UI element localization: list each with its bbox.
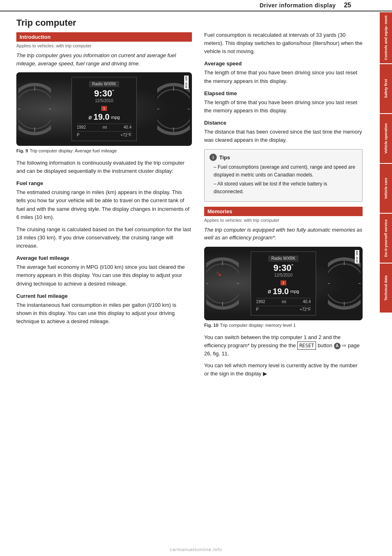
dash-badge: 1 bbox=[101, 106, 107, 111]
dash-bottom-row-3: 1992 mi 40.4 bbox=[256, 298, 311, 304]
gauge-left bbox=[18, 78, 51, 140]
right-top-text: Fuel consumption is recalculated at inte… bbox=[204, 31, 363, 56]
tips-item-1: Fuel consumptions (average and current),… bbox=[214, 163, 357, 179]
gauge-left-2 bbox=[206, 253, 239, 314]
avg-fuel-title: Average fuel mileage bbox=[16, 255, 192, 261]
reset-button: RESET bbox=[297, 342, 316, 350]
bottom-text-2: You can tell which memory level is curre… bbox=[204, 362, 363, 378]
dashboard-center-display-2: Radio WXRK 9:30" 12/5/2010 1 ø 19.0 mpg … bbox=[251, 251, 316, 315]
dash-barcode: B8R-0508 bbox=[184, 76, 189, 89]
left-column: Trip computer Introduction Applies to ve… bbox=[16, 16, 192, 381]
dashboard-2: ↘ Radio WXRK 9:30" 12/5/2010 1 ø 19.0 mp… bbox=[204, 247, 363, 320]
fuel-range-title: Fuel range bbox=[16, 180, 192, 186]
dash-radio-label-2: Radio WXRK bbox=[268, 255, 299, 261]
intro-header: Introduction bbox=[16, 32, 192, 42]
svg-point-6 bbox=[157, 85, 190, 134]
dash-date-2: 12/5/2010 bbox=[256, 273, 311, 277]
watermark: carmanualsonline.info bbox=[170, 547, 222, 552]
dash-bottom-row: 1992 mi 40.4 bbox=[77, 124, 131, 130]
dash-radio-label: Radio WXRK bbox=[89, 81, 120, 87]
circle-a: A bbox=[334, 343, 341, 349]
tips-box: i Tips Fuel consumptions (average and cu… bbox=[204, 149, 363, 201]
dash-mpg-symbol-2: ø bbox=[268, 288, 272, 295]
distance-text: The distance that has been covered since… bbox=[204, 128, 363, 144]
dash-time: 9:30" bbox=[77, 89, 131, 98]
main-content: Trip computer Introduction Applies to ve… bbox=[0, 11, 379, 385]
avg-fuel-text: The average fuel economy in MPG (l/100 k… bbox=[16, 263, 192, 288]
dashboard-1: Radio WXRK 9:30" 12/5/2010 1 ø 19.0 mpg … bbox=[16, 72, 192, 146]
page-number: 25 bbox=[344, 2, 351, 9]
right-sidebar: Controls and equip- ment Safety first Ve… bbox=[380, 12, 392, 313]
intro-text: The trip computer gives you information … bbox=[16, 51, 192, 67]
current-fuel-title: Current fuel mileage bbox=[16, 293, 192, 299]
elapsed-time-title: Elapsed time bbox=[204, 90, 363, 96]
sidebar-tab-vehicle-care[interactable]: Vehicle care bbox=[380, 164, 392, 213]
svg-point-7 bbox=[157, 89, 190, 129]
memories-text: The trip computer is equipped with two f… bbox=[204, 226, 363, 242]
dash-date: 12/5/2010 bbox=[77, 99, 131, 103]
tips-icon: i bbox=[209, 154, 217, 161]
page-title: Trip computer bbox=[16, 18, 192, 28]
elapsed-time-text: The length of time that you have been dr… bbox=[204, 98, 363, 115]
tips-item-2: All stored values will be lost if the ve… bbox=[214, 180, 357, 195]
svg-point-1 bbox=[18, 89, 51, 129]
dash-badge-2: 1 bbox=[281, 280, 286, 285]
top-bar: Driver information display 25 bbox=[0, 0, 392, 11]
dash-barcode-2: B8R-0509 bbox=[355, 250, 359, 263]
sidebar-tab-safety[interactable]: Safety first bbox=[380, 64, 392, 113]
current-fuel-text: The instantaneous fuel consumption in mi… bbox=[16, 301, 192, 326]
sidebar-tab-diy[interactable]: Do-it-your­self ser­vice bbox=[380, 214, 392, 263]
dash-bottom-row-4: P +72°F bbox=[256, 306, 311, 312]
sidebar-tab-vehicle-op[interactable]: Vehicle operation bbox=[380, 114, 392, 163]
header-title: Driver information display bbox=[260, 2, 336, 9]
intro-applies: Applies to vehicles: with trip computer bbox=[16, 43, 192, 48]
sidebar-tab-controls[interactable]: Controls and equip- ment bbox=[380, 12, 392, 63]
svg-point-13 bbox=[206, 264, 239, 303]
distance-title: Distance bbox=[204, 120, 363, 126]
figure-caption-2: Fig. 10 Trip computer display: memory le… bbox=[204, 323, 363, 328]
fuel-range-text: The estimated cruising range in miles (k… bbox=[16, 188, 192, 221]
avg-speed-text: The length of time that you have been dr… bbox=[204, 69, 363, 85]
dash-mpg-unit-2: mpg bbox=[290, 289, 299, 294]
tips-header: i Tips bbox=[209, 154, 357, 161]
tips-list: Fuel consumptions (average and current),… bbox=[209, 163, 357, 195]
dash-mpg-row: ø 19.0 mpg bbox=[77, 113, 131, 122]
memories-section: Memories Applies to vehicles: with trip … bbox=[204, 207, 363, 242]
memories-applies: Applies to vehicles: with trip computer bbox=[204, 218, 363, 223]
figure-caption-1: Fig. 9 Trip computer display: Average fu… bbox=[16, 148, 192, 153]
dash-mpg-symbol: ø bbox=[89, 114, 92, 121]
svg-point-19 bbox=[328, 264, 361, 303]
svg-point-12 bbox=[206, 259, 239, 308]
memories-header: Memories bbox=[204, 207, 363, 216]
right-column: Fuel consumption is recalculated at inte… bbox=[204, 16, 363, 381]
svg-point-18 bbox=[328, 259, 361, 308]
following-text: The following information is continuousl… bbox=[16, 159, 192, 175]
svg-point-0 bbox=[18, 85, 51, 134]
dash-mpg-value-2: 19.0 bbox=[273, 287, 289, 296]
sidebar-tab-technical[interactable]: Technical data bbox=[380, 263, 392, 313]
dashboard-center-display: Radio WXRK 9:30" 12/5/2010 1 ø 19.0 mpg … bbox=[71, 77, 137, 141]
dash-bottom-row2: P +72°F bbox=[77, 132, 131, 138]
avg-speed-title: Average speed bbox=[204, 60, 363, 67]
dash-mpg-value: 19.0 bbox=[94, 113, 109, 122]
arrow-indicator: ↘ bbox=[216, 269, 222, 278]
dash-mpg-row-2: ø 19.0 mpg bbox=[256, 287, 311, 296]
dash-mpg-unit: mpg bbox=[111, 115, 120, 120]
bottom-text-1: You can switch between the trip computer… bbox=[204, 333, 363, 358]
dash-time-2: 9:30" bbox=[256, 263, 311, 273]
fuel-range-text2: The cruising range is calculated based o… bbox=[16, 226, 192, 250]
